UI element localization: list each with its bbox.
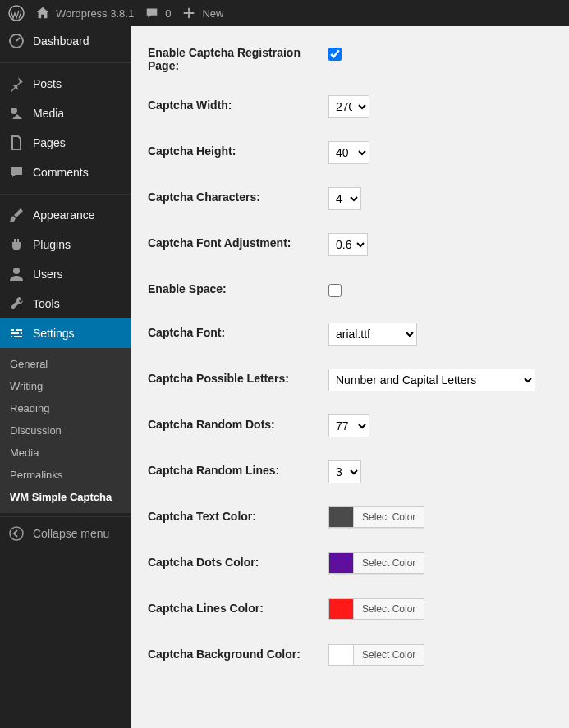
site-title-text: Wordpress 3.8.1 [56,7,134,20]
admin-sidebar: Dashboard Posts Media Pages Comments [0,26,131,728]
wp-logo[interactable] [8,5,25,21]
select-possible-letters[interactable]: Number and Capital Letters [328,369,535,391]
collapse-menu[interactable]: Collapse menu [0,516,131,550]
sidebar-item-label: Posts [33,77,62,90]
color-picker-text[interactable]: Select Color [328,506,424,528]
color-picker-bg[interactable]: Select Color [328,644,424,666]
submenu-permalinks[interactable]: Permalinks [0,464,131,486]
media-icon [8,105,25,121]
wordpress-icon [8,5,25,21]
row-width: Captcha Width: 270 [148,95,553,118]
select-height[interactable]: 40 [328,141,369,164]
row-text-color: Captcha Text Color: Select Color [148,506,553,529]
user-icon [8,266,25,282]
row-height: Captcha Height: 40 [148,141,553,164]
sidebar-item-settings[interactable]: Settings [0,318,131,348]
sidebar-item-label: Comments [33,166,89,179]
row-random-lines: Captcha Random Lines: 3 [148,460,553,483]
sidebar-item-users[interactable]: Users [0,259,131,289]
row-characters: Captcha Characters: 4 [148,187,553,210]
sidebar-item-posts[interactable]: Posts [0,69,131,98]
checkbox-enable-registration[interactable] [328,48,342,61]
sidebar-item-label: Plugins [33,238,71,251]
svg-point-3 [13,268,20,274]
wrench-icon [8,295,25,312]
swatch-text-color [329,507,354,527]
color-picker-lines[interactable]: Select Color [328,598,424,620]
select-color-button[interactable]: Select Color [354,645,424,665]
submenu-writing[interactable]: Writing [0,375,131,397]
label-text-color: Captcha Text Color: [148,506,328,523]
label-width: Captcha Width: [148,95,328,112]
admin-bar: Wordpress 3.8.1 0 New [0,0,569,26]
plug-icon [8,236,25,253]
row-dots-color: Captcha Dots Color: Select Color [148,552,553,575]
svg-point-4 [10,527,23,540]
sidebar-item-dashboard[interactable]: Dashboard [0,26,131,56]
sidebar-item-label: Users [33,268,63,281]
label-bg-color: Captcha Background Color: [148,644,328,661]
sidebar-item-comments[interactable]: Comments [0,158,131,187]
sidebar-item-label: Settings [33,327,75,340]
swatch-dots-color [329,553,354,573]
sidebar-item-label: Appearance [33,208,95,222]
row-font-adjustment: Captcha Font Adjustment: 0.6 [148,233,553,256]
label-font: Captcha Font: [148,323,328,339]
label-possible-letters: Captcha Possible Letters: [148,369,328,385]
label-random-dots: Captcha Random Dots: [148,414,328,431]
settings-submenu: General Writing Reading Discussion Media… [0,348,131,513]
submenu-discussion[interactable]: Discussion [0,419,131,442]
select-random-lines[interactable]: 3 [328,460,361,483]
select-random-dots[interactable]: 77 [328,414,369,437]
home-icon [34,5,51,21]
submenu-reading[interactable]: Reading [0,397,131,419]
select-color-button[interactable]: Select Color [354,507,424,527]
new-label-text: New [202,7,223,20]
submenu-general[interactable]: General [0,353,131,375]
submenu-wm-simple-captcha[interactable]: WM Simple Captcha [0,486,131,508]
row-enable-space: Enable Space: [148,279,553,300]
site-name[interactable]: Wordpress 3.8.1 [34,5,134,21]
select-font[interactable]: arial.ttf [328,323,417,346]
sidebar-item-label: Tools [33,297,60,310]
row-lines-color: Captcha Lines Color: Select Color [148,598,553,621]
row-random-dots: Captcha Random Dots: 77 [148,414,553,437]
label-enable-registration: Enable Captcha Registraion Page: [148,43,328,72]
comment-icon [8,164,25,181]
page-icon [8,135,25,151]
sliders-icon [8,325,25,341]
sidebar-item-plugins[interactable]: Plugins [0,230,131,259]
comment-icon [144,5,160,21]
sidebar-item-media[interactable]: Media [0,98,131,128]
submenu-media[interactable]: Media [0,442,131,464]
sidebar-item-tools[interactable]: Tools [0,289,131,318]
row-possible-letters: Captcha Possible Letters: Number and Cap… [148,369,553,391]
new-content[interactable]: New [181,5,223,21]
label-lines-color: Captcha Lines Color: [148,598,328,615]
label-random-lines: Captcha Random Lines: [148,460,328,477]
collapse-label: Collapse menu [33,527,109,540]
select-characters[interactable]: 4 [328,187,361,210]
svg-point-2 [11,108,17,114]
select-font-adjustment[interactable]: 0.6 [328,233,368,256]
row-enable-registration: Enable Captcha Registraion Page: [148,43,553,72]
brush-icon [8,207,25,223]
label-height: Captcha Height: [148,141,328,158]
sidebar-item-label: Media [33,107,64,120]
sidebar-item-pages[interactable]: Pages [0,128,131,158]
select-color-button[interactable]: Select Color [354,599,424,619]
label-font-adjustment: Captcha Font Adjustment: [148,233,328,250]
select-color-button[interactable]: Select Color [354,553,424,573]
sidebar-item-label: Pages [33,136,66,149]
plus-icon [181,5,197,21]
sidebar-item-appearance[interactable]: Appearance [0,200,131,230]
label-characters: Captcha Characters: [148,187,328,204]
color-picker-dots[interactable]: Select Color [328,552,424,574]
comments-count-text: 0 [165,7,171,20]
checkbox-enable-space[interactable] [328,284,342,297]
swatch-lines-color [329,599,354,619]
comments-link[interactable]: 0 [144,5,171,21]
row-bg-color: Captcha Background Color: Select Color [148,644,553,667]
row-font: Captcha Font: arial.ttf [148,323,553,346]
select-width[interactable]: 270 [328,95,369,118]
